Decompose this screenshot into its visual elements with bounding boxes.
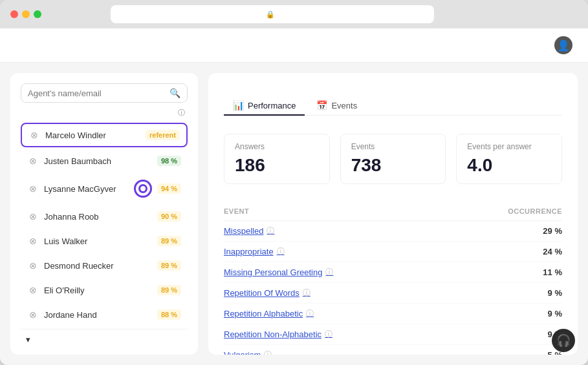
app-header: 👤: [0, 28, 588, 63]
occurrence-col-header: OCCURRENCE: [508, 207, 562, 215]
search-box[interactable]: 🔍: [21, 83, 188, 103]
user-icon: 👤: [557, 39, 570, 52]
agent-icon: ⊗: [27, 284, 39, 296]
table-row: Missing Personal Greetingⓘ11 %: [224, 262, 562, 283]
qs-label: ⓘ: [21, 108, 188, 118]
card-value: 4.0: [467, 155, 551, 176]
summary-cards: Answers186Events738Events per answer4.0: [224, 134, 562, 184]
agent-list: ⊗Marcelo Windlerreferent⊗Justen Baumbach…: [21, 123, 188, 324]
event-occurrence: 24 %: [543, 247, 562, 256]
list-item[interactable]: ⊗Lysanne MacGyver94 %: [21, 174, 188, 203]
browser-toolbar: 🔒: [0, 0, 588, 28]
browser-window: 🔒 👤 🔍 ⓘ: [0, 0, 588, 365]
info-icon[interactable]: ⓘ: [303, 287, 310, 298]
search-input[interactable]: [28, 89, 164, 98]
event-name[interactable]: Repetition Of Wordsⓘ: [224, 287, 310, 298]
table-row: Repetition Of Wordsⓘ9 %: [224, 283, 562, 304]
lysanne-avatar: [134, 180, 152, 198]
team-selector[interactable]: ▾: [21, 329, 188, 344]
events-tab-icon: 📅: [316, 100, 327, 110]
event-name[interactable]: Vulgarismⓘ: [224, 349, 272, 355]
agent-badge: 88 %: [157, 309, 181, 320]
events-table: EVENT OCCURRENCE Misspelledⓘ29 %Inapprop…: [224, 205, 562, 355]
card-label: Answers: [235, 142, 319, 151]
tab-events[interactable]: 📅Events: [307, 96, 366, 116]
agent-icon: ⊗: [28, 129, 40, 141]
info-icon[interactable]: ⓘ: [325, 267, 333, 278]
agent-badge: 98 %: [157, 156, 181, 166]
list-item[interactable]: ⊗Eli O'Reilly89 %: [21, 279, 188, 301]
minimize-button[interactable]: [22, 10, 30, 18]
event-name[interactable]: Missing Personal Greetingⓘ: [224, 267, 333, 278]
main-layout: 🔍 ⓘ ⊗Marcelo Windlerreferent⊗Justen Baum…: [0, 63, 588, 365]
list-item[interactable]: ⊗Johanna Roob90 %: [21, 205, 188, 227]
left-panel: 🔍 ⓘ ⊗Marcelo Windlerreferent⊗Justen Baum…: [10, 73, 198, 355]
agent-name: Justen Baumbach: [44, 156, 157, 166]
info-icon[interactable]: ⓘ: [306, 308, 314, 319]
summary-card: Events per answer4.0: [456, 134, 562, 184]
user-avatar[interactable]: 👤: [554, 36, 572, 54]
info-icon[interactable]: ⓘ: [325, 329, 332, 340]
table-row: Inappropriateⓘ24 %: [224, 242, 562, 262]
chevron-down-icon: ▾: [26, 335, 30, 344]
address-bar[interactable]: 🔒: [111, 5, 434, 23]
list-item[interactable]: ⊗Justen Baumbach98 %: [21, 150, 188, 172]
event-name[interactable]: Misspelledⓘ: [224, 225, 274, 236]
tab-label: Events: [331, 101, 357, 110]
table-row: Misspelledⓘ29 %: [224, 221, 562, 242]
events-section: EVENT OCCURRENCE Misspelledⓘ29 %Inapprop…: [224, 197, 562, 355]
help-icon: 🎧: [556, 333, 571, 348]
event-col-header: EVENT: [224, 207, 249, 215]
table-row: Repetition Alphabeticⓘ9 %: [224, 304, 562, 324]
agent-name: Jordane Hand: [44, 310, 157, 320]
event-name[interactable]: Inappropriateⓘ: [224, 246, 285, 257]
search-icon: 🔍: [169, 88, 180, 98]
agent-badge: 89 %: [157, 285, 181, 295]
agent-icon: ⊗: [27, 183, 39, 194]
close-button[interactable]: [10, 10, 18, 18]
agent-name: Eli O'Reilly: [44, 286, 157, 295]
event-name[interactable]: Repetition Non-Alphabeticⓘ: [224, 329, 332, 340]
lock-icon: 🔒: [266, 10, 275, 19]
event-occurrence: 9 %: [548, 288, 562, 298]
agent-icon: ⊗: [27, 260, 39, 271]
card-value: 186: [235, 155, 319, 176]
agent-icon: ⊗: [27, 211, 39, 222]
performance-tab-icon: 📊: [233, 100, 244, 110]
tab-performance[interactable]: 📊Performance: [224, 96, 305, 116]
info-icon[interactable]: ⓘ: [277, 246, 285, 257]
right-panel: 📊Performance📅Events Answers186Events738E…: [208, 73, 578, 355]
agent-badge: 89 %: [157, 236, 181, 246]
agent-badge: 90 %: [157, 211, 181, 222]
list-item[interactable]: ⊗Jordane Hand88 %: [21, 304, 188, 324]
maximize-button[interactable]: [34, 10, 41, 18]
agent-name: Johanna Roob: [44, 212, 157, 222]
table-row: Repetition Non-Alphabeticⓘ9 %: [224, 324, 562, 345]
list-item[interactable]: ⊗Desmond Ruecker89 %: [21, 255, 188, 276]
info-icon[interactable]: ⓘ: [264, 349, 272, 355]
summary-card: Events738: [340, 134, 446, 184]
summary-card: Answers186: [224, 134, 330, 184]
event-occurrence: 29 %: [543, 226, 562, 236]
card-value: 738: [351, 155, 435, 176]
agent-icon: ⊗: [27, 235, 39, 247]
traffic-lights: [10, 10, 41, 18]
event-name[interactable]: Repetition Alphabeticⓘ: [224, 308, 314, 319]
event-occurrence: 11 %: [543, 267, 562, 277]
event-occurrence: 9 %: [548, 309, 562, 318]
tabs: 📊Performance📅Events: [224, 96, 562, 116]
events-header: EVENT OCCURRENCE: [224, 205, 562, 221]
agent-badge: 94 %: [157, 183, 181, 194]
info-icon: ⓘ: [178, 108, 185, 118]
info-icon[interactable]: ⓘ: [267, 225, 274, 236]
agent-icon: ⊗: [27, 155, 39, 167]
table-row: Vulgarismⓘ5 %: [224, 345, 562, 355]
tab-label: Performance: [248, 101, 296, 110]
card-label: Events per answer: [467, 142, 551, 151]
list-item[interactable]: ⊗Marcelo Windlerreferent: [21, 123, 188, 147]
agent-name: Luis Walker: [44, 236, 157, 246]
list-item[interactable]: ⊗Luis Walker89 %: [21, 230, 188, 252]
agent-badge: 89 %: [157, 260, 181, 271]
help-button[interactable]: 🎧: [552, 329, 575, 352]
app-content: 👤 🔍 ⓘ ⊗Marcelo Windlerreferent⊗Justen Ba…: [0, 28, 588, 365]
